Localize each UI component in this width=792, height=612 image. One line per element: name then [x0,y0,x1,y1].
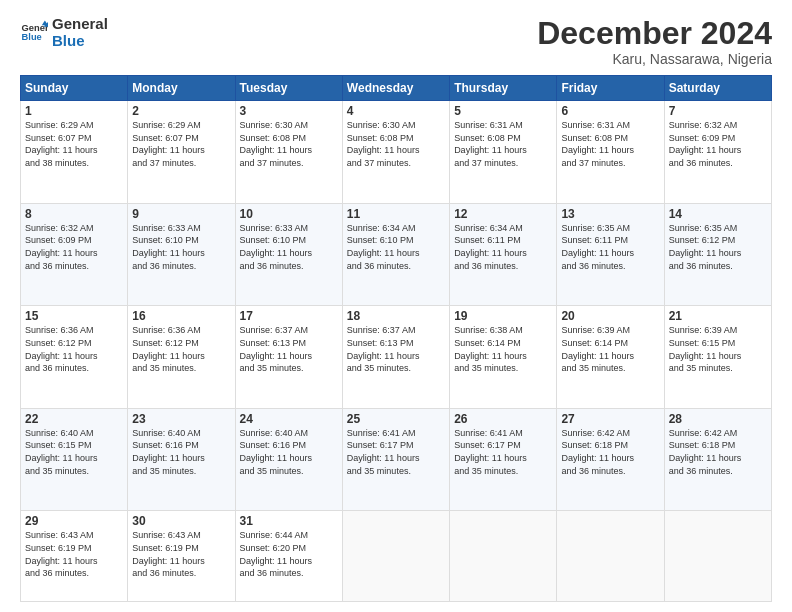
table-row: 13Sunrise: 6:35 AM Sunset: 6:11 PM Dayli… [557,203,664,306]
logo-text: General Blue [52,16,108,49]
day-info: Sunrise: 6:31 AM Sunset: 6:08 PM Dayligh… [454,119,552,169]
day-number: 24 [240,412,338,426]
day-info: Sunrise: 6:31 AM Sunset: 6:08 PM Dayligh… [561,119,659,169]
table-row [342,511,449,602]
day-number: 12 [454,207,552,221]
table-row: 18Sunrise: 6:37 AM Sunset: 6:13 PM Dayli… [342,306,449,409]
day-number: 25 [347,412,445,426]
day-info: Sunrise: 6:29 AM Sunset: 6:07 PM Dayligh… [25,119,123,169]
day-info: Sunrise: 6:41 AM Sunset: 6:17 PM Dayligh… [347,427,445,477]
table-row: 26Sunrise: 6:41 AM Sunset: 6:17 PM Dayli… [450,408,557,511]
day-number: 31 [240,514,338,528]
day-info: Sunrise: 6:40 AM Sunset: 6:15 PM Dayligh… [25,427,123,477]
svg-text:Blue: Blue [22,32,42,42]
day-number: 17 [240,309,338,323]
day-number: 5 [454,104,552,118]
table-row: 4Sunrise: 6:30 AM Sunset: 6:08 PM Daylig… [342,101,449,204]
table-row: 19Sunrise: 6:38 AM Sunset: 6:14 PM Dayli… [450,306,557,409]
day-info: Sunrise: 6:38 AM Sunset: 6:14 PM Dayligh… [454,324,552,374]
day-headers-row: SundayMondayTuesdayWednesdayThursdayFrid… [21,76,772,101]
day-number: 3 [240,104,338,118]
table-row: 12Sunrise: 6:34 AM Sunset: 6:11 PM Dayli… [450,203,557,306]
title-block: December 2024 Karu, Nassarawa, Nigeria [537,16,772,67]
week-row-4: 22Sunrise: 6:40 AM Sunset: 6:15 PM Dayli… [21,408,772,511]
day-info: Sunrise: 6:39 AM Sunset: 6:14 PM Dayligh… [561,324,659,374]
day-info: Sunrise: 6:34 AM Sunset: 6:10 PM Dayligh… [347,222,445,272]
day-number: 20 [561,309,659,323]
table-row: 8Sunrise: 6:32 AM Sunset: 6:09 PM Daylig… [21,203,128,306]
day-info: Sunrise: 6:30 AM Sunset: 6:08 PM Dayligh… [347,119,445,169]
day-number: 21 [669,309,767,323]
location: Karu, Nassarawa, Nigeria [537,51,772,67]
logo-icon: General Blue [20,19,48,47]
table-row: 7Sunrise: 6:32 AM Sunset: 6:09 PM Daylig… [664,101,771,204]
day-info: Sunrise: 6:36 AM Sunset: 6:12 PM Dayligh… [132,324,230,374]
day-number: 28 [669,412,767,426]
day-number: 7 [669,104,767,118]
day-number: 10 [240,207,338,221]
day-header-tuesday: Tuesday [235,76,342,101]
day-info: Sunrise: 6:43 AM Sunset: 6:19 PM Dayligh… [25,529,123,579]
table-row: 25Sunrise: 6:41 AM Sunset: 6:17 PM Dayli… [342,408,449,511]
day-info: Sunrise: 6:35 AM Sunset: 6:12 PM Dayligh… [669,222,767,272]
calendar-body: 1Sunrise: 6:29 AM Sunset: 6:07 PM Daylig… [21,101,772,602]
day-info: Sunrise: 6:40 AM Sunset: 6:16 PM Dayligh… [240,427,338,477]
day-number: 8 [25,207,123,221]
table-row: 6Sunrise: 6:31 AM Sunset: 6:08 PM Daylig… [557,101,664,204]
week-row-3: 15Sunrise: 6:36 AM Sunset: 6:12 PM Dayli… [21,306,772,409]
table-row [557,511,664,602]
table-row [664,511,771,602]
day-number: 2 [132,104,230,118]
table-row: 9Sunrise: 6:33 AM Sunset: 6:10 PM Daylig… [128,203,235,306]
day-number: 19 [454,309,552,323]
day-info: Sunrise: 6:37 AM Sunset: 6:13 PM Dayligh… [240,324,338,374]
day-info: Sunrise: 6:40 AM Sunset: 6:16 PM Dayligh… [132,427,230,477]
month-title: December 2024 [537,16,772,51]
logo-line2: Blue [52,32,85,49]
table-row: 14Sunrise: 6:35 AM Sunset: 6:12 PM Dayli… [664,203,771,306]
table-row: 23Sunrise: 6:40 AM Sunset: 6:16 PM Dayli… [128,408,235,511]
day-number: 1 [25,104,123,118]
header: General Blue General Blue December 2024 … [20,16,772,67]
table-row [450,511,557,602]
week-row-1: 1Sunrise: 6:29 AM Sunset: 6:07 PM Daylig… [21,101,772,204]
day-header-sunday: Sunday [21,76,128,101]
day-info: Sunrise: 6:30 AM Sunset: 6:08 PM Dayligh… [240,119,338,169]
day-info: Sunrise: 6:37 AM Sunset: 6:13 PM Dayligh… [347,324,445,374]
week-row-2: 8Sunrise: 6:32 AM Sunset: 6:09 PM Daylig… [21,203,772,306]
page: General Blue General Blue December 2024 … [0,0,792,612]
day-info: Sunrise: 6:35 AM Sunset: 6:11 PM Dayligh… [561,222,659,272]
table-row: 31Sunrise: 6:44 AM Sunset: 6:20 PM Dayli… [235,511,342,602]
table-row: 15Sunrise: 6:36 AM Sunset: 6:12 PM Dayli… [21,306,128,409]
day-number: 15 [25,309,123,323]
table-row: 3Sunrise: 6:30 AM Sunset: 6:08 PM Daylig… [235,101,342,204]
day-header-thursday: Thursday [450,76,557,101]
table-row: 28Sunrise: 6:42 AM Sunset: 6:18 PM Dayli… [664,408,771,511]
day-info: Sunrise: 6:41 AM Sunset: 6:17 PM Dayligh… [454,427,552,477]
table-row: 20Sunrise: 6:39 AM Sunset: 6:14 PM Dayli… [557,306,664,409]
day-number: 22 [25,412,123,426]
day-info: Sunrise: 6:34 AM Sunset: 6:11 PM Dayligh… [454,222,552,272]
day-number: 4 [347,104,445,118]
day-info: Sunrise: 6:36 AM Sunset: 6:12 PM Dayligh… [25,324,123,374]
day-header-wednesday: Wednesday [342,76,449,101]
day-number: 11 [347,207,445,221]
table-row: 11Sunrise: 6:34 AM Sunset: 6:10 PM Dayli… [342,203,449,306]
calendar: SundayMondayTuesdayWednesdayThursdayFrid… [20,75,772,602]
table-row: 22Sunrise: 6:40 AM Sunset: 6:15 PM Dayli… [21,408,128,511]
table-row: 10Sunrise: 6:33 AM Sunset: 6:10 PM Dayli… [235,203,342,306]
day-info: Sunrise: 6:39 AM Sunset: 6:15 PM Dayligh… [669,324,767,374]
day-number: 18 [347,309,445,323]
day-number: 30 [132,514,230,528]
table-row: 21Sunrise: 6:39 AM Sunset: 6:15 PM Dayli… [664,306,771,409]
table-row: 24Sunrise: 6:40 AM Sunset: 6:16 PM Dayli… [235,408,342,511]
logo-line1: General [52,16,108,33]
table-row: 30Sunrise: 6:43 AM Sunset: 6:19 PM Dayli… [128,511,235,602]
day-header-saturday: Saturday [664,76,771,101]
day-number: 27 [561,412,659,426]
day-info: Sunrise: 6:43 AM Sunset: 6:19 PM Dayligh… [132,529,230,579]
day-number: 29 [25,514,123,528]
day-info: Sunrise: 6:42 AM Sunset: 6:18 PM Dayligh… [561,427,659,477]
day-number: 6 [561,104,659,118]
day-number: 26 [454,412,552,426]
